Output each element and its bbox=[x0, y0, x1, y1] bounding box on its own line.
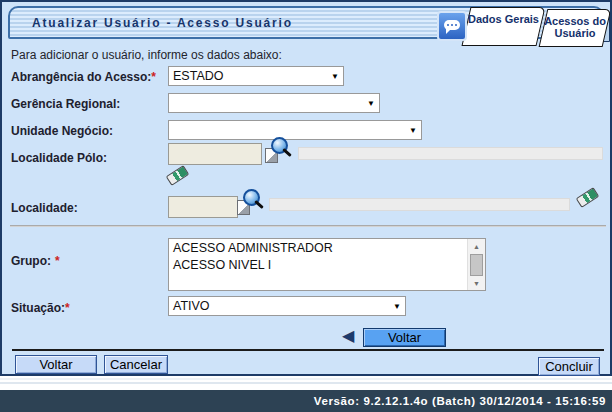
localidade-input bbox=[168, 196, 238, 218]
eraser-glyph bbox=[166, 165, 190, 186]
localidade-label: Localidade: bbox=[11, 201, 78, 215]
intro-text: Para adicionar o usuário, informe os dad… bbox=[11, 48, 282, 62]
tab-label: Acessos do Usuário bbox=[543, 9, 607, 39]
scroll-down-icon[interactable]: ▼ bbox=[468, 276, 485, 290]
unidade-label: Unidade Negócio: bbox=[11, 124, 113, 138]
cancelar-button[interactable]: Cancelar bbox=[104, 355, 168, 374]
app-window: Atualizar Usuário - Acesso Usuário Acess… bbox=[0, 0, 612, 412]
page-gap-stripes bbox=[0, 376, 612, 390]
localidade-description-field bbox=[269, 198, 570, 211]
label-text: Situação: bbox=[11, 301, 65, 315]
tab-acessos-do-usuario[interactable]: Acessos do Usuário bbox=[543, 9, 607, 47]
grupo-option[interactable]: ACESSO NIVEL I bbox=[169, 256, 485, 273]
grupo-listbox[interactable]: ACESSO ADMINISTRADOR ACESSO NIVEL I ▲ ▼ bbox=[168, 238, 486, 291]
scroll-up-icon[interactable]: ▲ bbox=[468, 239, 485, 253]
version-status-bar: Versão: 9.2.12.1.4o (Batch) 30/12/2014 -… bbox=[0, 390, 612, 412]
chevron-down-icon: ▼ bbox=[367, 99, 375, 108]
localidade-polo-clear-eraser-icon[interactable] bbox=[166, 165, 190, 185]
chat-bubble-icon[interactable] bbox=[437, 11, 467, 41]
gerencia-label: Gerência Regional: bbox=[11, 97, 120, 111]
scrollbar-thumb[interactable] bbox=[470, 254, 483, 276]
situacao-label: Situação:* bbox=[11, 301, 70, 315]
listbox-scrollbar[interactable]: ▲ ▼ bbox=[467, 239, 485, 290]
speech-bubble-glyph bbox=[444, 20, 460, 30]
abrangencia-label: Abrangência do Acesso:* bbox=[11, 70, 156, 84]
gerencia-select[interactable]: ▼ bbox=[168, 93, 380, 113]
chevron-down-icon: ▼ bbox=[393, 302, 401, 311]
voltar-inline-button[interactable]: Voltar bbox=[363, 328, 446, 347]
localidade-polo-label: Localidade Pólo: bbox=[11, 151, 107, 165]
localidade-clear-eraser-icon[interactable] bbox=[576, 187, 600, 207]
required-marker: * bbox=[65, 301, 70, 315]
eraser-glyph bbox=[576, 187, 600, 208]
concluir-button[interactable]: Concluir bbox=[538, 357, 600, 376]
voltar-button[interactable]: Voltar bbox=[15, 355, 97, 374]
required-marker: * bbox=[55, 254, 60, 268]
label-text: Abrangência do Acesso: bbox=[11, 70, 151, 84]
back-arrow-icon[interactable]: ◀ bbox=[342, 327, 354, 345]
chevron-down-icon: ▼ bbox=[409, 126, 417, 135]
tab-dados-gerais[interactable]: Dados Gerais bbox=[466, 7, 541, 46]
localidade-search-icon[interactable] bbox=[237, 189, 267, 217]
situacao-select[interactable]: ATIVO ▼ bbox=[168, 296, 406, 316]
tab-label: Dados Gerais bbox=[466, 7, 541, 25]
chevron-down-icon: ▼ bbox=[331, 72, 339, 81]
required-marker: * bbox=[151, 70, 156, 84]
localidade-polo-search-icon[interactable] bbox=[265, 137, 295, 165]
footer-separator-line bbox=[12, 349, 604, 351]
label-text: Grupo: bbox=[11, 254, 51, 268]
unidade-select[interactable]: ▼ bbox=[168, 120, 422, 140]
grupo-label: Grupo:* bbox=[11, 254, 60, 268]
selected-value: ESTADO bbox=[173, 69, 223, 83]
selected-value: ATIVO bbox=[173, 299, 210, 313]
abrangencia-select[interactable]: ESTADO ▼ bbox=[168, 66, 344, 86]
section-divider bbox=[10, 225, 606, 227]
localidade-polo-input bbox=[168, 143, 262, 165]
page-title: Atualizar Usuário - Acesso Usuário bbox=[32, 16, 293, 30]
form-panel: Atualizar Usuário - Acesso Usuário Acess… bbox=[0, 0, 612, 376]
grupo-option[interactable]: ACESSO ADMINISTRADOR bbox=[169, 239, 485, 256]
localidade-polo-description-field bbox=[298, 147, 603, 160]
